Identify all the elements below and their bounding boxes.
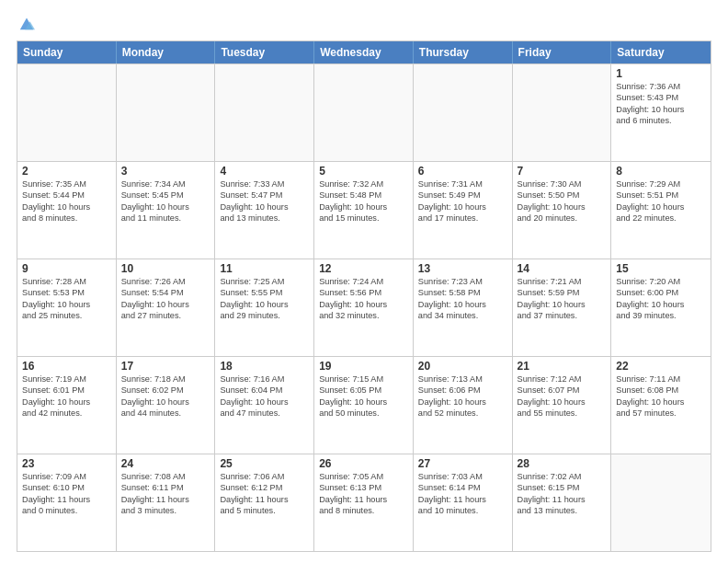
day-number: 3 bbox=[121, 165, 210, 178]
day-info: Sunrise: 7:33 AM Sunset: 5:47 PM Dayligh… bbox=[220, 178, 309, 224]
empty-cell bbox=[17, 64, 117, 161]
day-cell-17: 17Sunrise: 7:18 AM Sunset: 6:02 PM Dayli… bbox=[117, 357, 216, 454]
day-cell-16: 16Sunrise: 7:19 AM Sunset: 6:01 PM Dayli… bbox=[17, 357, 117, 454]
empty-cell bbox=[215, 64, 314, 161]
day-info: Sunrise: 7:30 AM Sunset: 5:50 PM Dayligh… bbox=[518, 178, 607, 224]
day-info: Sunrise: 7:28 AM Sunset: 5:53 PM Dayligh… bbox=[22, 276, 111, 322]
day-cell-24: 24Sunrise: 7:08 AM Sunset: 6:11 PM Dayli… bbox=[117, 454, 216, 551]
week-row-2: 2Sunrise: 7:35 AM Sunset: 5:44 PM Daylig… bbox=[17, 161, 711, 259]
day-cell-12: 12Sunrise: 7:24 AM Sunset: 5:56 PM Dayli… bbox=[314, 259, 414, 356]
day-cell-14: 14Sunrise: 7:21 AM Sunset: 5:59 PM Dayli… bbox=[513, 259, 612, 356]
empty-cell bbox=[611, 454, 711, 551]
day-number: 7 bbox=[518, 165, 607, 178]
day-number: 4 bbox=[220, 165, 309, 178]
day-number: 23 bbox=[22, 457, 111, 470]
day-cell-4: 4Sunrise: 7:33 AM Sunset: 5:47 PM Daylig… bbox=[215, 162, 314, 259]
day-cell-5: 5Sunrise: 7:32 AM Sunset: 5:48 PM Daylig… bbox=[314, 162, 414, 259]
day-number: 21 bbox=[518, 360, 607, 373]
day-cell-18: 18Sunrise: 7:16 AM Sunset: 6:04 PM Dayli… bbox=[215, 357, 314, 454]
day-number: 2 bbox=[22, 165, 111, 178]
day-info: Sunrise: 7:18 AM Sunset: 6:02 PM Dayligh… bbox=[121, 373, 210, 419]
logo bbox=[17, 15, 35, 33]
day-cell-26: 26Sunrise: 7:05 AM Sunset: 6:13 PM Dayli… bbox=[314, 454, 414, 551]
day-info: Sunrise: 7:24 AM Sunset: 5:56 PM Dayligh… bbox=[319, 276, 408, 322]
day-number: 9 bbox=[22, 262, 111, 275]
day-cell-23: 23Sunrise: 7:09 AM Sunset: 6:10 PM Dayli… bbox=[17, 454, 117, 551]
calendar-header-row: SundayMondayTuesdayWednesdayThursdayFrid… bbox=[17, 41, 711, 63]
day-number: 6 bbox=[418, 165, 507, 178]
day-cell-7: 7Sunrise: 7:30 AM Sunset: 5:50 PM Daylig… bbox=[513, 162, 612, 259]
day-number: 28 bbox=[518, 457, 607, 470]
day-cell-22: 22Sunrise: 7:11 AM Sunset: 6:08 PM Dayli… bbox=[611, 357, 711, 454]
day-info: Sunrise: 7:15 AM Sunset: 6:05 PM Dayligh… bbox=[319, 373, 408, 419]
day-info: Sunrise: 7:26 AM Sunset: 5:54 PM Dayligh… bbox=[121, 276, 210, 322]
day-number: 17 bbox=[121, 360, 210, 373]
day-info: Sunrise: 7:08 AM Sunset: 6:11 PM Dayligh… bbox=[121, 471, 210, 517]
day-cell-13: 13Sunrise: 7:23 AM Sunset: 5:58 PM Dayli… bbox=[414, 259, 513, 356]
day-cell-28: 28Sunrise: 7:02 AM Sunset: 6:15 PM Dayli… bbox=[513, 454, 612, 551]
day-cell-25: 25Sunrise: 7:06 AM Sunset: 6:12 PM Dayli… bbox=[215, 454, 314, 551]
day-number: 25 bbox=[220, 457, 309, 470]
day-info: Sunrise: 7:23 AM Sunset: 5:58 PM Dayligh… bbox=[418, 276, 507, 322]
header-cell-sunday: Sunday bbox=[17, 41, 117, 63]
logo-icon bbox=[18, 15, 35, 31]
day-number: 8 bbox=[616, 165, 706, 178]
day-cell-27: 27Sunrise: 7:03 AM Sunset: 6:14 PM Dayli… bbox=[414, 454, 513, 551]
day-info: Sunrise: 7:32 AM Sunset: 5:48 PM Dayligh… bbox=[319, 178, 408, 224]
day-cell-11: 11Sunrise: 7:25 AM Sunset: 5:55 PM Dayli… bbox=[215, 259, 314, 356]
day-number: 12 bbox=[319, 262, 408, 275]
calendar: SundayMondayTuesdayWednesdayThursdayFrid… bbox=[17, 40, 711, 552]
day-cell-8: 8Sunrise: 7:29 AM Sunset: 5:51 PM Daylig… bbox=[611, 162, 711, 259]
day-info: Sunrise: 7:05 AM Sunset: 6:13 PM Dayligh… bbox=[319, 471, 408, 517]
day-number: 5 bbox=[319, 165, 408, 178]
day-info: Sunrise: 7:16 AM Sunset: 6:04 PM Dayligh… bbox=[220, 373, 309, 419]
day-number: 1 bbox=[616, 67, 706, 80]
day-cell-20: 20Sunrise: 7:13 AM Sunset: 6:06 PM Dayli… bbox=[414, 357, 513, 454]
day-info: Sunrise: 7:09 AM Sunset: 6:10 PM Dayligh… bbox=[22, 471, 111, 517]
day-info: Sunrise: 7:06 AM Sunset: 6:12 PM Dayligh… bbox=[220, 471, 309, 517]
day-number: 10 bbox=[121, 262, 210, 275]
day-cell-15: 15Sunrise: 7:20 AM Sunset: 6:00 PM Dayli… bbox=[611, 259, 711, 356]
day-info: Sunrise: 7:12 AM Sunset: 6:07 PM Dayligh… bbox=[518, 373, 607, 419]
day-info: Sunrise: 7:35 AM Sunset: 5:44 PM Dayligh… bbox=[22, 178, 111, 224]
header bbox=[17, 15, 711, 33]
day-info: Sunrise: 7:11 AM Sunset: 6:08 PM Dayligh… bbox=[616, 373, 706, 419]
day-number: 24 bbox=[121, 457, 210, 470]
header-cell-saturday: Saturday bbox=[611, 41, 711, 63]
day-info: Sunrise: 7:25 AM Sunset: 5:55 PM Dayligh… bbox=[220, 276, 309, 322]
week-row-4: 16Sunrise: 7:19 AM Sunset: 6:01 PM Dayli… bbox=[17, 356, 711, 454]
header-cell-thursday: Thursday bbox=[414, 41, 513, 63]
day-number: 27 bbox=[418, 457, 507, 470]
day-number: 26 bbox=[319, 457, 408, 470]
day-number: 22 bbox=[616, 360, 706, 373]
header-cell-monday: Monday bbox=[117, 41, 216, 63]
day-number: 18 bbox=[220, 360, 309, 373]
day-info: Sunrise: 7:02 AM Sunset: 6:15 PM Dayligh… bbox=[518, 471, 607, 517]
header-cell-friday: Friday bbox=[513, 41, 612, 63]
day-cell-1: 1Sunrise: 7:36 AM Sunset: 5:43 PM Daylig… bbox=[611, 64, 711, 161]
day-number: 19 bbox=[319, 360, 408, 373]
empty-cell bbox=[117, 64, 216, 161]
day-cell-2: 2Sunrise: 7:35 AM Sunset: 5:44 PM Daylig… bbox=[17, 162, 117, 259]
day-cell-10: 10Sunrise: 7:26 AM Sunset: 5:54 PM Dayli… bbox=[117, 259, 216, 356]
day-info: Sunrise: 7:19 AM Sunset: 6:01 PM Dayligh… bbox=[22, 373, 111, 419]
day-info: Sunrise: 7:20 AM Sunset: 6:00 PM Dayligh… bbox=[616, 276, 706, 322]
empty-cell bbox=[314, 64, 414, 161]
week-row-3: 9Sunrise: 7:28 AM Sunset: 5:53 PM Daylig… bbox=[17, 259, 711, 356]
day-info: Sunrise: 7:31 AM Sunset: 5:49 PM Dayligh… bbox=[418, 178, 507, 224]
day-info: Sunrise: 7:21 AM Sunset: 5:59 PM Dayligh… bbox=[518, 276, 607, 322]
calendar-body: 1Sunrise: 7:36 AM Sunset: 5:43 PM Daylig… bbox=[17, 63, 711, 551]
day-number: 16 bbox=[22, 360, 111, 373]
header-cell-wednesday: Wednesday bbox=[314, 41, 414, 63]
day-cell-19: 19Sunrise: 7:15 AM Sunset: 6:05 PM Dayli… bbox=[314, 357, 414, 454]
day-info: Sunrise: 7:36 AM Sunset: 5:43 PM Dayligh… bbox=[616, 81, 706, 127]
page: SundayMondayTuesdayWednesdayThursdayFrid… bbox=[0, 0, 728, 563]
day-number: 11 bbox=[220, 262, 309, 275]
week-row-1: 1Sunrise: 7:36 AM Sunset: 5:43 PM Daylig… bbox=[17, 63, 711, 161]
day-number: 13 bbox=[418, 262, 507, 275]
day-cell-21: 21Sunrise: 7:12 AM Sunset: 6:07 PM Dayli… bbox=[513, 357, 612, 454]
empty-cell bbox=[414, 64, 513, 161]
day-info: Sunrise: 7:34 AM Sunset: 5:45 PM Dayligh… bbox=[121, 178, 210, 224]
day-cell-6: 6Sunrise: 7:31 AM Sunset: 5:49 PM Daylig… bbox=[414, 162, 513, 259]
day-cell-9: 9Sunrise: 7:28 AM Sunset: 5:53 PM Daylig… bbox=[17, 259, 117, 356]
